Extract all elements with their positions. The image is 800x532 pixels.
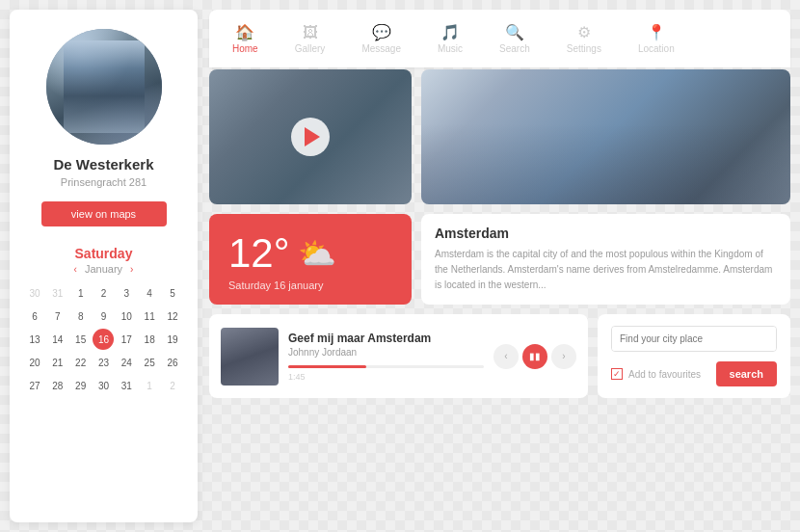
calendar-cell[interactable]: 19 <box>162 329 183 350</box>
music-progress-fill <box>288 365 366 368</box>
calendar-cell[interactable]: 31 <box>116 375 137 396</box>
music-thumbnail <box>221 328 279 386</box>
calendar-cell[interactable]: 15 <box>70 329 92 350</box>
add-to-favourites-row: ✓ Add to favourites <box>611 368 701 380</box>
nav-item-home[interactable]: 🏠Home <box>228 15 262 62</box>
amsterdam-description: Amsterdam is the capital city of and the… <box>435 247 777 293</box>
calendar-cell[interactable]: 25 <box>139 352 160 373</box>
add-favourites-checkbox[interactable]: ✓ <box>611 368 623 380</box>
calendar-cell[interactable]: 1 <box>139 375 160 396</box>
nav-icon-message: 💬 <box>372 23 391 41</box>
calendar-cell[interactable]: 22 <box>70 352 92 373</box>
nav-label-music: Music <box>438 43 463 54</box>
calendar-cell[interactable]: 17 <box>116 329 137 350</box>
search-bottom-row: ✓ Add to favourites search <box>611 361 777 386</box>
calendar-cell[interactable]: 30 <box>24 282 45 304</box>
calendar-row: 13141516171819 <box>24 329 183 350</box>
calendar-row: 303112345 <box>24 282 183 304</box>
nav-label-search: Search <box>499 43 530 54</box>
calendar-cell[interactable]: 16 <box>93 329 114 350</box>
nav-label-gallery: Gallery <box>295 43 326 54</box>
calendar-cell[interactable]: 6 <box>24 306 45 327</box>
nav-label-settings: Settings <box>567 43 601 54</box>
calendar-cell[interactable]: 29 <box>70 375 92 396</box>
play-icon <box>305 127 320 146</box>
calendar-cell[interactable]: 8 <box>70 306 92 327</box>
add-favourites-label: Add to favourites <box>628 369 701 380</box>
weather-temperature: 12° <box>228 233 290 274</box>
nav-item-settings[interactable]: ⚙Settings <box>563 15 605 62</box>
music-progress-bar[interactable] <box>288 365 484 368</box>
nav-label-message: Message <box>361 43 401 54</box>
calendar-cell[interactable]: 7 <box>47 306 68 327</box>
left-panel: De Westerkerk Prinsengracht 281 view on … <box>10 10 198 522</box>
amsterdam-title: Amsterdam <box>435 226 777 241</box>
calendar-cell[interactable]: 1 <box>70 282 92 304</box>
check-mark-icon: ✓ <box>613 369 621 379</box>
nav-item-search[interactable]: 🔍Search <box>495 15 534 62</box>
video-card[interactable] <box>209 69 412 204</box>
content-grid: 12° ⛅ Saturday 16 january Amsterdam Amst… <box>209 69 790 305</box>
calendar-cell[interactable]: 5 <box>162 282 183 304</box>
calendar-cell[interactable]: 23 <box>93 352 114 373</box>
search-input-row <box>611 326 777 352</box>
calendar-cell[interactable]: 9 <box>93 306 114 327</box>
nav-item-gallery[interactable]: 🖼Gallery <box>291 16 330 62</box>
nav-icon-home: 🏠 <box>235 23 254 41</box>
calendar-grid: 3031123456789101112131415161718192021222… <box>24 282 183 396</box>
prev-track-button[interactable]: ‹ <box>493 344 519 369</box>
calendar-cell[interactable]: 30 <box>93 375 114 396</box>
search-input[interactable] <box>612 327 776 351</box>
calendar-row: 6789101112 <box>24 306 183 327</box>
music-time: 1:45 <box>288 372 484 382</box>
pause-button[interactable]: ▮▮ <box>522 344 547 369</box>
calendar-cell[interactable]: 3 <box>116 282 137 304</box>
calendar-cell[interactable]: 10 <box>116 306 137 327</box>
play-video-button[interactable] <box>291 118 330 156</box>
calendar-cell[interactable]: 4 <box>139 282 160 304</box>
calendar-day: Saturday <box>24 246 183 261</box>
calendar-row: 272829303112 <box>24 375 183 396</box>
prev-month-arrow[interactable]: ‹ <box>74 264 77 275</box>
calendar-cell[interactable]: 18 <box>139 329 160 350</box>
calendar-cell[interactable]: 2 <box>162 375 183 396</box>
nav-item-music[interactable]: 🎵Music <box>434 15 467 62</box>
music-title: Geef mij maar Amsterdam <box>288 332 484 345</box>
calendar-cell[interactable]: 13 <box>24 329 45 350</box>
calendar-cell[interactable]: 24 <box>116 352 137 373</box>
calendar: Saturday ‹ January › 3031123456789101112… <box>24 246 183 398</box>
next-month-arrow[interactable]: › <box>130 264 133 275</box>
search-button[interactable]: search <box>716 361 777 386</box>
calendar-cell[interactable]: 28 <box>47 375 68 396</box>
nav-item-location[interactable]: 📍Location <box>634 15 679 62</box>
nav-label-location: Location <box>638 43 675 54</box>
amsterdam-text-card: Amsterdam Amsterdam is the capital city … <box>421 214 790 305</box>
calendar-cell[interactable]: 21 <box>47 352 68 373</box>
place-address: Prinsengracht 281 <box>61 176 147 188</box>
nav-icon-music: 🎵 <box>440 23 460 41</box>
calendar-cell[interactable]: 20 <box>24 352 45 373</box>
nav-item-message[interactable]: 💬Message <box>358 15 405 62</box>
next-track-button[interactable]: › <box>551 344 576 369</box>
calendar-cell[interactable]: 12 <box>162 306 183 327</box>
calendar-cell[interactable]: 11 <box>139 306 160 327</box>
calendar-cell[interactable]: 27 <box>24 375 45 396</box>
calendar-month: January <box>85 263 122 275</box>
avatar <box>46 29 162 145</box>
calendar-cell[interactable]: 2 <box>93 282 114 304</box>
bottom-row: Geef mij maar Amsterdam Johnny Jordaan 1… <box>209 314 790 398</box>
weather-card: 12° ⛅ Saturday 16 january <box>209 214 412 305</box>
map-button[interactable]: view on maps <box>41 201 167 226</box>
nav-icon-settings: ⚙ <box>577 23 591 41</box>
weather-icon: ⛅ <box>298 235 336 272</box>
place-name: De Westerkerk <box>54 156 154 173</box>
nav-bar: 🏠Home🖼Gallery💬Message🎵Music🔍Search⚙Setti… <box>209 10 790 67</box>
search-card: ✓ Add to favourites search <box>598 314 790 398</box>
nav-icon-location: 📍 <box>647 23 666 41</box>
music-info: Geef mij maar Amsterdam Johnny Jordaan 1… <box>288 332 484 382</box>
calendar-month-nav: ‹ January › <box>24 263 183 275</box>
calendar-cell[interactable]: 26 <box>162 352 183 373</box>
right-area: 🏠Home🖼Gallery💬Message🎵Music🔍Search⚙Setti… <box>209 10 790 522</box>
calendar-cell[interactable]: 31 <box>47 282 68 304</box>
calendar-cell[interactable]: 14 <box>47 329 68 350</box>
